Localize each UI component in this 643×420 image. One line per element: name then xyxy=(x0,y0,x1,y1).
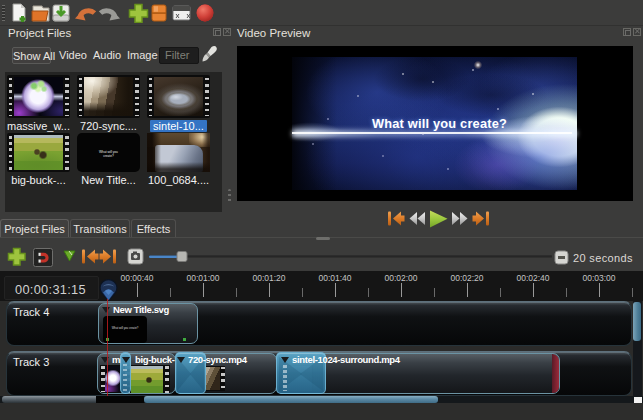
svg-text:20 seconds: 20 seconds xyxy=(573,252,633,264)
